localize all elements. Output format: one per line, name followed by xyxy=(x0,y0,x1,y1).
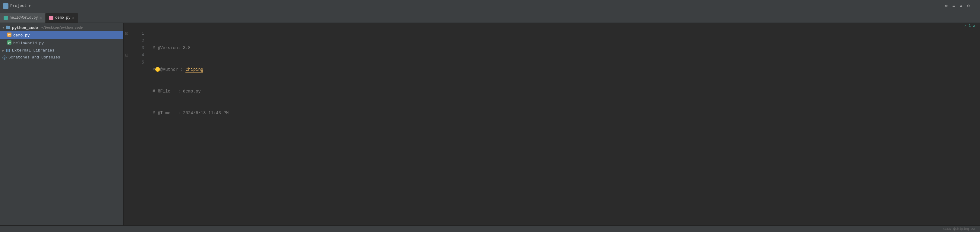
demo-file-icon xyxy=(49,16,53,20)
code-line-3-text: # @File : demo.py xyxy=(153,88,201,95)
settings-icon[interactable]: ⚙ xyxy=(967,3,969,8)
code-line-1-text: # @Version: 3.8 xyxy=(153,44,191,51)
svg-rect-10 xyxy=(9,49,10,52)
code-line-4-text: # @Time : 2024/6/13 11:43 PM xyxy=(153,110,229,117)
title-bar-icons: ⊕ ≡ ⇌ ⚙ — xyxy=(945,3,977,8)
tab-helloworld[interactable]: helloWorld.py ✕ xyxy=(0,13,46,22)
svg-rect-1 xyxy=(4,4,5,5)
folder-icon-python-code xyxy=(6,25,10,30)
expand-arrow-external-libs: ▶ xyxy=(2,49,4,52)
sync-icon[interactable]: ⇌ xyxy=(960,3,962,8)
sidebar-item-external-libraries[interactable]: ▶ External Libraries xyxy=(0,47,123,54)
sidebar-external-libraries-label: External Libraries xyxy=(12,48,54,53)
title-bar: Project ▾ ⊕ ≡ ⇌ ⚙ — xyxy=(0,0,980,12)
code-lines[interactable]: # @Version: 3.8 #🟡@Author : Chiping # @F… xyxy=(148,30,980,226)
line-num-2: 2 xyxy=(130,37,144,44)
line-num-5: 5 xyxy=(130,59,144,66)
editor-content[interactable]: 1 2 3 4 5 # @Version: 3.8 #🟡@Author : Ch… xyxy=(124,29,980,226)
title-project-label[interactable]: Project xyxy=(10,4,27,8)
main-layout: ▼ python_code ~/Desktop/python_code py d… xyxy=(0,23,980,226)
tab-demo-close[interactable]: ✕ xyxy=(72,16,75,20)
author-name: Chiping xyxy=(185,67,203,73)
editor-area: ✓ 1 ∧ 1 2 3 4 5 xyxy=(124,23,980,226)
sidebar-python-code-path: ~/Desktop/python_code xyxy=(41,26,83,30)
code-line-4: # @Time : 2024/6/13 11:43 PM xyxy=(153,110,974,117)
gutter-cell-1 xyxy=(124,30,130,37)
project-icon xyxy=(3,3,8,9)
structure-icon[interactable]: ≡ xyxy=(952,4,955,8)
svg-text:py: py xyxy=(8,34,11,37)
sidebar-item-demo-py[interactable]: py demo.py xyxy=(0,31,123,39)
svg-rect-9 xyxy=(8,49,8,52)
line-numbers: 1 2 3 4 5 xyxy=(130,30,148,226)
editor-gutter xyxy=(124,30,130,226)
line-num-3: 3 xyxy=(130,44,144,51)
tab-helloworld-label: helloWorld.py xyxy=(10,16,38,20)
sidebar-scratches-label: Scratches and Consoles xyxy=(8,55,60,60)
title-dropdown-arrow[interactable]: ▾ xyxy=(29,4,31,8)
title-bar-left: Project ▾ xyxy=(3,3,31,9)
code-line-5 xyxy=(153,131,974,138)
minimize-icon[interactable]: — xyxy=(975,4,977,8)
helloworld-file-icon xyxy=(4,16,8,20)
status-badge: ✓ 1 ∧ xyxy=(964,24,975,28)
sidebar-item-python-code[interactable]: ▼ python_code ~/Desktop/python_code xyxy=(0,24,123,31)
sidebar-python-code-label: python_code xyxy=(12,25,38,30)
line-num-4: 4 xyxy=(130,51,144,59)
expand-arrow-python-code: ▼ xyxy=(2,26,4,30)
svg-rect-2 xyxy=(6,26,10,29)
svg-rect-0 xyxy=(4,5,8,8)
tab-bar: helloWorld.py ✕ demo.py ✕ xyxy=(0,12,980,23)
demo-py-icon: py xyxy=(7,33,11,38)
library-icon xyxy=(6,49,10,53)
status-bar: CSDN @Chiping_23 xyxy=(0,226,980,232)
svg-rect-8 xyxy=(6,49,7,52)
code-line-3: # @File : demo.py xyxy=(153,88,974,95)
status-bar-text: CSDN @Chiping_23 xyxy=(943,227,975,231)
tab-demo-label: demo.py xyxy=(55,16,70,20)
svg-text:py: py xyxy=(8,41,11,44)
sidebar: ▼ python_code ~/Desktop/python_code py d… xyxy=(0,23,124,226)
gutter-cell-2 xyxy=(124,37,130,44)
gutter-cell-4 xyxy=(124,51,130,59)
line-num-1: 1 xyxy=(130,30,144,37)
sidebar-demo-py-label: demo.py xyxy=(13,33,30,38)
sidebar-item-scratches[interactable]: Scratches and Consoles xyxy=(0,54,123,61)
code-line-2: #🟡@Author : Chiping xyxy=(153,66,974,73)
gutter-cell-5 xyxy=(124,59,130,66)
tab-demo[interactable]: demo.py ✕ xyxy=(46,13,78,22)
tab-helloworld-close[interactable]: ✕ xyxy=(40,16,42,20)
sidebar-helloworld-py-label: helloWorld.py xyxy=(13,41,44,46)
code-line-2-text: #🟡@Author : Chiping xyxy=(153,66,203,73)
svg-rect-3 xyxy=(6,25,8,27)
scratch-icon xyxy=(2,56,6,60)
sidebar-item-helloworld-py[interactable]: py helloWorld.py xyxy=(0,39,123,47)
code-line-5-text xyxy=(153,131,155,138)
editor-status-bar: ✓ 1 ∧ xyxy=(124,23,980,29)
helloworld-py-icon: py xyxy=(7,40,11,46)
gutter-cell-3 xyxy=(124,44,130,51)
add-file-icon[interactable]: ⊕ xyxy=(945,3,947,8)
code-line-1: # @Version: 3.8 xyxy=(153,44,974,51)
